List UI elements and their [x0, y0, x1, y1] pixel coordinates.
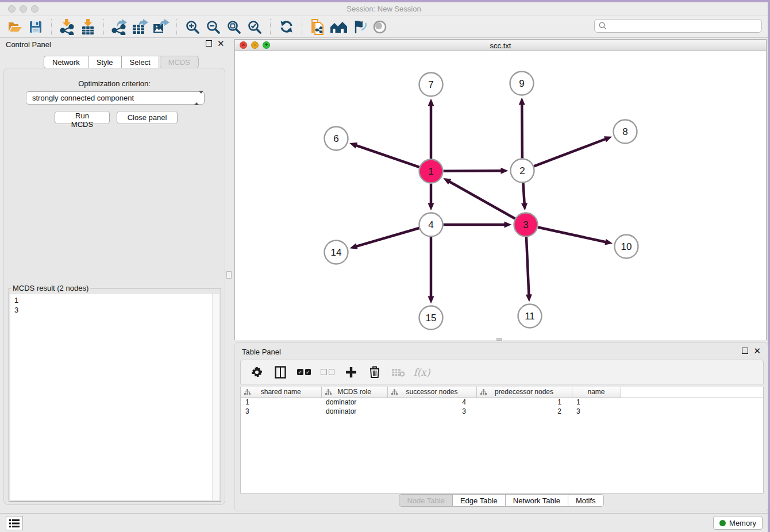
edge-arrowhead-icon: [428, 203, 434, 211]
edge-2-to-9[interactable]: [522, 103, 522, 158]
window-resize-handle[interactable]: [496, 338, 502, 341]
export-network-icon[interactable]: [109, 18, 130, 36]
column-header-shared-name[interactable]: shared name: [241, 387, 321, 398]
table-panel: Table Panel ✕ ✓✓: [234, 342, 768, 511]
table-row[interactable]: 1dominator411: [241, 398, 763, 407]
edge-2-to-3[interactable]: [523, 183, 524, 205]
column-header-name[interactable]: name: [572, 387, 621, 398]
zoom-fit-icon[interactable]: [224, 18, 244, 36]
list-icon: [9, 519, 20, 527]
hierarchy-icon: [244, 389, 251, 395]
search-box: [594, 19, 762, 33]
deselect-all-rows-icon[interactable]: [321, 365, 334, 379]
table-cell[interactable]: 2: [476, 407, 572, 416]
edge-3-to-11[interactable]: [526, 237, 529, 296]
edge-arrowhead-icon: [604, 136, 612, 142]
table-cell[interactable]: 1: [241, 398, 321, 407]
mcds-result-textarea[interactable]: 1 3: [10, 293, 220, 500]
network-window-title: scc.txt: [235, 41, 766, 50]
edge-arrowhead-icon: [350, 243, 358, 249]
edge-3-to-10[interactable]: [538, 228, 607, 242]
clone-network-icon[interactable]: [307, 18, 328, 36]
tab-select[interactable]: Select: [122, 56, 159, 68]
criterion-dropdown[interactable]: strongly connected component: [26, 91, 205, 105]
save-session-icon[interactable]: [25, 18, 46, 36]
mcds-result-title: MCDS result (2 nodes): [11, 284, 90, 292]
table-cell[interactable]: dominator: [321, 407, 387, 416]
column-header-successor-nodes[interactable]: successor nodes: [387, 387, 476, 398]
zoom-selected-icon[interactable]: [244, 18, 265, 36]
table-header-row: shared name MCDS role successor nodes: [241, 387, 763, 398]
birds-eye-view-icon[interactable]: [369, 18, 390, 36]
float-panel-icon[interactable]: [206, 40, 212, 47]
optimization-criterion-label: Optimization criterion:: [4, 79, 225, 88]
settings-gear-icon[interactable]: [250, 365, 264, 379]
export-table-icon[interactable]: [130, 18, 151, 36]
criterion-value: strongly connected component: [32, 94, 134, 102]
tab-network[interactable]: Network: [44, 56, 88, 68]
network-canvas[interactable]: 1234678910111415: [235, 51, 766, 340]
column-header-predecessor-nodes[interactable]: predecessor nodes: [476, 387, 572, 398]
run-mcds-button[interactable]: Run MCDS: [55, 111, 110, 124]
edge-arrowhead-icon: [505, 222, 512, 228]
close-panel-button[interactable]: Close panel: [117, 111, 178, 124]
main-toolbar: [0, 16, 768, 38]
table-cell[interactable]: 4: [387, 398, 476, 407]
graphics-details-icon[interactable]: [349, 18, 369, 36]
table-cell[interactable]: 3: [241, 407, 321, 416]
function-builder-icon: f(x): [415, 365, 429, 379]
edge-arrowhead-icon: [605, 239, 613, 245]
tab-network-table[interactable]: Network Table: [506, 494, 568, 507]
chevron-updown-icon: [194, 94, 200, 103]
graph-node-label: 7: [428, 79, 433, 90]
edge-arrowhead-icon: [428, 99, 434, 106]
close-panel-icon[interactable]: ✕: [217, 40, 225, 47]
edge-1-to-6[interactable]: [355, 145, 419, 167]
select-all-rows-icon[interactable]: ✓✓: [297, 365, 311, 379]
open-session-icon[interactable]: [5, 18, 25, 36]
tab-motifs[interactable]: Motifs: [568, 494, 604, 507]
table-cell[interactable]: 1: [572, 398, 621, 407]
edge-1-to-2[interactable]: [443, 171, 502, 171]
import-table-icon[interactable]: [78, 18, 98, 36]
search-input[interactable]: [594, 19, 762, 33]
table-cell[interactable]: 1: [476, 398, 572, 407]
home-view-icon[interactable]: [328, 18, 349, 36]
delete-table-icon: [391, 365, 405, 379]
close-panel-icon[interactable]: ✕: [753, 348, 761, 354]
table-cell[interactable]: dominator: [321, 398, 387, 407]
table-row[interactable]: 3dominator323: [241, 407, 763, 416]
graph-node-label: 9: [519, 78, 524, 89]
column-header-mcds-role[interactable]: MCDS role: [321, 387, 387, 398]
pane-divider-grip[interactable]: [226, 271, 232, 279]
zoom-out-icon[interactable]: [203, 18, 224, 36]
edge-2-to-8[interactable]: [534, 138, 607, 166]
export-image-icon[interactable]: [151, 18, 171, 36]
edge-arrowhead-icon: [428, 296, 434, 304]
toolbar-separator: [51, 19, 52, 35]
tab-mcds[interactable]: MCDS: [160, 56, 199, 68]
tab-edge-table[interactable]: Edge Table: [453, 494, 506, 507]
edge-3-to-1[interactable]: [448, 181, 515, 219]
control-panel-tabs: Network Style Select MCDS: [44, 56, 199, 68]
delete-rows-icon[interactable]: [368, 365, 382, 379]
add-row-icon[interactable]: [344, 365, 358, 379]
edge-4-to-14[interactable]: [355, 228, 419, 246]
table-cell[interactable]: 3: [572, 407, 621, 416]
graph-node-label: 1: [428, 166, 433, 177]
toolbar-separator: [176, 19, 177, 35]
refresh-layout-icon[interactable]: [276, 18, 297, 36]
zoom-in-icon[interactable]: [182, 18, 203, 36]
result-scrollbar[interactable]: [212, 294, 220, 500]
import-network-icon[interactable]: [57, 18, 78, 36]
network-window-titlebar[interactable]: × − + scc.txt: [235, 40, 766, 51]
tab-style[interactable]: Style: [88, 56, 122, 68]
edge-arrowhead-icon: [500, 168, 508, 174]
task-history-button[interactable]: [6, 516, 23, 530]
tab-node-table[interactable]: Node Table: [399, 494, 453, 507]
network-view-window: × − + scc.txt 1234678910111415: [234, 39, 767, 340]
float-panel-icon[interactable]: [742, 348, 748, 354]
show-columns-icon[interactable]: [274, 365, 287, 379]
table-cell[interactable]: 3: [387, 407, 476, 416]
memory-button[interactable]: Memory: [713, 516, 763, 530]
